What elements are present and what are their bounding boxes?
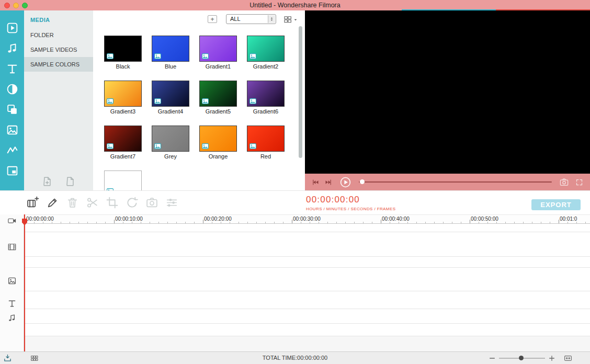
import-media-button[interactable] [41,176,53,187]
edit-tool-icons [26,196,178,209]
playhead[interactable] [24,214,25,351]
media-panel-item-sample-colors[interactable]: SAMPLE COLORS [24,57,93,72]
sidebar-item-media[interactable] [6,21,19,35]
image-badge [107,53,114,59]
fit-to-window-button[interactable] [563,354,573,362]
import-folder-button[interactable] [64,176,76,187]
ruler-label: 00:01:0 [560,216,577,222]
rotate-button[interactable] [126,196,139,209]
color-swatch [199,81,237,107]
color-swatch [152,81,189,107]
zoom-slider-handle[interactable] [519,356,524,360]
split-button[interactable] [86,196,99,209]
title-track-icon[interactable] [7,299,17,308]
ruler-label: 00:00:30:00 [293,216,321,222]
thumbnail-label: Blue [152,63,189,70]
timeline-tracks[interactable] [0,224,590,351]
color-swatch [104,81,142,107]
export-button[interactable]: EXPORT [531,199,581,210]
caret-down-icon [293,18,298,22]
sidebar-item-transitions[interactable] [6,83,19,96]
window-title: Untitled - Wondershare Filmora [0,0,590,10]
sidebar-item-titles[interactable] [6,62,19,75]
color-swatch [152,126,189,152]
color-swatch [152,36,189,62]
zoom-in-button[interactable] [548,355,555,362]
play-button[interactable] [339,176,351,188]
media-panel-item-folder[interactable]: FOLDER [24,28,93,42]
thumbnail-label: Gradient2 [247,63,285,70]
snapshot-button[interactable] [145,196,158,209]
record-button[interactable] [46,196,59,209]
snapshot-button[interactable] [559,177,569,187]
skip-forward-button[interactable] [324,178,332,186]
media-panel-item-sample-videos[interactable]: SAMPLE VIDEOS [24,42,93,57]
titlebar: Untitled - Wondershare Filmora [0,0,590,10]
media-thumbnail-white[interactable]: White [104,170,142,190]
ruler-label: 00:00:20:00 [204,216,232,222]
filmora-window: Untitled - Wondershare Filmora MEDIA FOL… [0,0,590,364]
preview-panel [305,10,590,190]
seek-track [359,181,552,183]
view-mode-button[interactable] [283,15,298,24]
media-thumbnail-gradient6[interactable]: Gradient6 [247,81,285,115]
timeline-ruler[interactable]: 00:00:00:0000:00:10:0000:00:20:0000:00:3… [0,214,590,224]
sidebar-item-audio[interactable] [6,42,19,55]
track-manager-icon[interactable] [7,216,17,225]
color-swatch [199,36,237,62]
thumbnail-label: Gradient5 [199,108,237,115]
delete-button[interactable] [66,196,79,209]
thumbnail-label: Red [247,153,285,160]
crop-button[interactable] [106,196,119,209]
media-thumbnail-gradient7[interactable]: Gradient7 [104,126,142,160]
media-library: + ALL BlackBlueGradient1Gradient2Gradien… [93,10,305,190]
status-bar: TOTAL TIME:00:00:00:00 [0,351,590,364]
skip-back-button[interactable] [312,178,320,186]
media-thumbnail-red[interactable]: Red [247,126,285,160]
media-thumbnail-grey[interactable]: Grey [152,126,189,160]
media-thumbnail-gradient5[interactable]: Gradient5 [199,81,237,115]
image-badge [107,143,114,149]
zoom-out-button[interactable] [489,355,496,362]
sidebar-rail [0,10,24,190]
sidebar-item-elements[interactable] [6,123,19,136]
media-thumbnail-black[interactable]: Black [104,36,142,70]
add-media-button[interactable]: + [208,15,217,23]
thumbnail-label: Orange [199,153,237,160]
media-import-buttons [24,176,93,187]
color-swatch [104,126,142,152]
thumbnail-label: Gradient4 [152,108,189,115]
thumbnail-label: Grey [152,153,189,160]
thumbnail-label: Black [104,63,142,70]
player-controls [305,174,590,190]
fullscreen-button[interactable] [575,178,583,186]
library-scrollbar[interactable] [299,26,302,158]
color-swatch [104,170,142,190]
image-badge [202,98,209,104]
pip-track-icon[interactable] [7,276,17,286]
image-badge [249,53,256,59]
video-track-icon[interactable] [7,242,17,252]
media-thumbnail-blue[interactable]: Blue [152,36,189,70]
sidebar-item-overlays[interactable] [6,103,19,116]
media-thumbnail-gradient4[interactable]: Gradient4 [152,81,189,115]
image-badge [202,53,209,59]
seek-slider[interactable] [359,174,552,190]
media-thumbnail-gradient3[interactable]: Gradient3 [104,81,142,115]
ruler-label: 00:00:10:00 [115,216,143,222]
image-badge [154,53,161,59]
advanced-settings-button[interactable] [165,196,178,209]
add-to-timeline-button[interactable] [26,196,39,209]
sidebar-item-pip[interactable] [6,164,19,177]
image-badge [154,98,161,104]
color-swatch [247,81,285,107]
timecode-value: 00:00:00:00 [306,195,395,205]
filter-dropdown[interactable]: ALL [226,14,276,24]
audio-track-icon[interactable] [7,313,17,323]
media-thumbnail-gradient1[interactable]: Gradient1 [199,36,237,70]
media-thumbnail-gradient2[interactable]: Gradient2 [247,36,285,70]
sidebar-item-effects[interactable] [6,144,19,157]
track-headers [0,214,24,351]
seek-handle[interactable] [360,179,365,184]
media-thumbnail-orange[interactable]: Orange [199,126,237,160]
